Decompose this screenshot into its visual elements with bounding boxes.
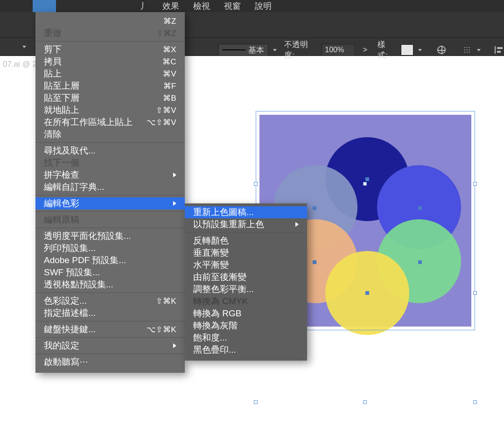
chevron-down-icon[interactable] — [273, 49, 277, 51]
menu-item-label: 指定描述檔... — [44, 307, 96, 319]
menu-separator — [35, 354, 185, 354]
menu-item[interactable]: 剪下⌘X — [35, 43, 185, 56]
menu-item-label: 在所有工作區域上貼上 — [44, 116, 133, 128]
menu-item-label: 轉換為 RGB — [193, 307, 241, 320]
menu-item[interactable]: 拼字檢查 — [35, 169, 185, 181]
more-button[interactable]: > — [360, 45, 370, 55]
menu-item-label: 色彩設定... — [44, 295, 87, 307]
selection-handle[interactable] — [254, 400, 258, 404]
menu-separator — [35, 142, 185, 143]
menu-item[interactable]: 編輯色彩 — [35, 197, 185, 209]
menu-item[interactable]: 調整色彩平衡... — [185, 283, 307, 295]
svg-rect-2 — [497, 51, 501, 53]
selection-handle[interactable] — [473, 182, 477, 186]
menu-item[interactable]: 重新上色圖稿... — [185, 206, 307, 218]
selection-handle[interactable] — [363, 400, 367, 404]
menu-item-label: 剪下 — [44, 43, 62, 56]
selection-handle[interactable] — [473, 400, 477, 404]
anchor-point[interactable] — [418, 206, 422, 210]
anchor-point[interactable] — [365, 291, 369, 295]
menu-item-label: 拼字檢查 — [44, 169, 79, 181]
chevron-down-icon[interactable] — [418, 49, 422, 51]
anchor-point[interactable] — [418, 260, 422, 264]
menu-item[interactable]: 鍵盤快捷鍵...⌥⇧⌘K — [35, 323, 185, 335]
menu-shortcut: ⌘V — [163, 69, 176, 79]
menu-shortcut: ⌘C — [162, 57, 176, 67]
menu-item[interactable]: 列印預設集... — [35, 242, 185, 254]
menu-item-label: 貼上 — [44, 68, 62, 80]
stroke-style-label: 基本 — [248, 45, 264, 56]
selection-handle[interactable] — [473, 291, 477, 295]
menu-item-label: 由前至後漸變 — [193, 271, 246, 283]
menu-item[interactable]: 色彩設定...⇧⌘K — [35, 295, 185, 307]
menu-item[interactable]: Adobe PDF 預設集... — [35, 254, 185, 266]
menu-item[interactable]: 黑色疊印... — [185, 344, 307, 356]
menu-item[interactable]: 透明度平面化預設集... — [35, 230, 185, 242]
menu-item[interactable]: 透視格點預設集... — [35, 279, 185, 291]
menu-item-label: 黑色疊印... — [193, 344, 236, 356]
chevron-down-icon[interactable] — [477, 49, 481, 51]
menu-separator — [185, 232, 307, 233]
align-grid-icon[interactable] — [462, 44, 472, 56]
svg-rect-1 — [497, 47, 503, 49]
menu-item[interactable]: 在所有工作區域上貼上⌥⇧⌘V — [35, 116, 185, 128]
menu-item[interactable]: 垂直漸變 — [185, 247, 307, 259]
menu-partial[interactable]: 丿 — [140, 0, 148, 12]
chevron-down-icon[interactable] — [22, 46, 26, 48]
menu-separator — [35, 195, 185, 195]
menu-separator — [35, 228, 185, 228]
svg-rect-0 — [495, 46, 496, 54]
recolor-icon[interactable] — [436, 44, 447, 56]
menu-item[interactable]: 飽和度... — [185, 332, 307, 344]
menu-item[interactable]: 反轉顏色 — [185, 235, 307, 247]
chevron-right-icon — [173, 201, 176, 206]
menu-item[interactable]: 拷貝⌘C — [35, 56, 185, 68]
line-icon — [223, 49, 245, 50]
menu-item[interactable]: 以預設集重新上色 — [185, 218, 307, 230]
menu-item-label: 我的設定 — [44, 340, 79, 352]
menu-item[interactable]: 清除 — [35, 128, 185, 140]
selection-handle[interactable] — [254, 182, 258, 186]
menu-item[interactable]: 由前至後漸變 — [185, 271, 307, 283]
menu-view[interactable]: 檢視 — [193, 0, 210, 12]
menu-item[interactable]: 貼至上層⌘F — [35, 80, 185, 92]
menu-item[interactable]: 指定描述檔... — [35, 307, 185, 319]
menu-help[interactable]: 說明 — [255, 0, 272, 12]
menu-item-label: 編輯自訂字典... — [44, 181, 105, 193]
menu-item-label: 調整色彩平衡... — [193, 283, 254, 295]
menu-window[interactable]: 視窗 — [224, 0, 241, 12]
menu-item-label: 轉換為 CMYK — [193, 295, 248, 307]
anchor-point[interactable] — [313, 206, 316, 210]
menu-item: 重做⇧⌘Z — [35, 27, 185, 39]
menu-item[interactable]: 貼至下層⌘B — [35, 92, 185, 104]
menu-edit-highlighted[interactable] — [33, 0, 56, 13]
menu-separator — [35, 337, 185, 338]
anchor-point[interactable] — [365, 177, 369, 181]
menu-item[interactable]: 啟動聽寫⋯ — [35, 356, 185, 368]
menu-item: 編輯原稿 — [35, 214, 185, 226]
menu-item-label: 編輯色彩 — [44, 197, 79, 209]
menu-item-label: 以預設集重新上色 — [193, 218, 264, 230]
menu-item[interactable]: 尋找及取代... — [35, 145, 185, 157]
menu-item[interactable]: 轉換為 RGB — [185, 307, 307, 320]
menu-separator — [35, 41, 185, 42]
menu-shortcut: ⌥⇧⌘K — [147, 325, 176, 334]
stroke-style-dropdown[interactable]: 基本 — [218, 44, 268, 56]
menu-item[interactable]: 我的設定 — [35, 340, 185, 352]
menu-item[interactable]: 貼上⌘V — [35, 68, 185, 80]
align-icon[interactable] — [493, 44, 504, 56]
style-swatch[interactable] — [401, 44, 413, 56]
menu-item-label: 重新上色圖稿... — [193, 206, 254, 218]
opacity-input[interactable] — [322, 44, 355, 56]
selection-handle[interactable] — [363, 182, 367, 186]
menu-item[interactable]: 就地貼上⇧⌘V — [35, 104, 185, 116]
anchor-point[interactable] — [313, 260, 316, 264]
edit-colors-submenu: 重新上色圖稿...以預設集重新上色反轉顏色垂直漸變水平漸變由前至後漸變調整色彩平… — [185, 203, 307, 361]
menu-item-label: Adobe PDF 預設集... — [44, 254, 126, 266]
menu-item[interactable]: 編輯自訂字典... — [35, 181, 185, 193]
menu-effects[interactable]: 效果 — [162, 0, 179, 12]
menu-item[interactable]: 水平漸變 — [185, 259, 307, 271]
menu-item[interactable]: ⌘Z — [35, 15, 185, 27]
menu-item[interactable]: SWF 預設集... — [35, 266, 185, 279]
menu-item[interactable]: 轉換為灰階 — [185, 320, 307, 332]
